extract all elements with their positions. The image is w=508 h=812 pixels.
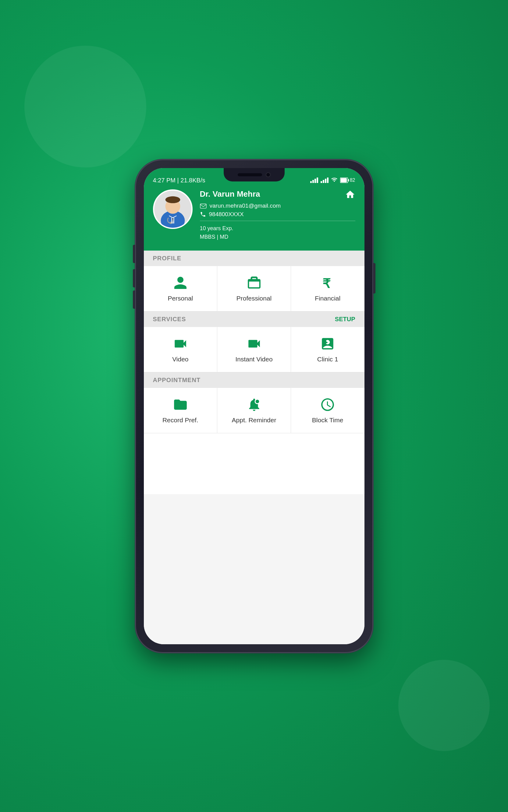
appointment-title: APPOINTMENT <box>153 377 201 384</box>
email-text: varun.mehra01@gmail.com <box>210 202 281 209</box>
appointment-block-time-item[interactable]: Block Time <box>291 388 365 433</box>
bar1 <box>321 181 322 183</box>
person-icon <box>173 275 188 290</box>
signal-bars-1 <box>310 178 318 183</box>
bar1 <box>310 181 312 183</box>
instant-video-label: Instant Video <box>235 355 272 363</box>
doctor-info: Dr. Varun Mehra varun.mehra01@gmail.com … <box>200 189 355 242</box>
bottom-space <box>144 433 365 494</box>
bar2 <box>323 180 324 183</box>
phone-screen: 4:27 PM | 21.8KB/s <box>144 168 365 644</box>
instant-video-icon <box>247 336 262 351</box>
profile-section-header: PROFILE <box>144 250 365 266</box>
avatar <box>153 189 193 229</box>
doctor-name: Dr. Varun Mehra <box>200 189 355 199</box>
briefcase-icon <box>247 275 262 290</box>
video-label: Video <box>172 355 188 363</box>
clinic-icon <box>320 336 335 351</box>
phone-notch <box>224 168 285 182</box>
status-right: 82 <box>310 177 355 184</box>
bar2 <box>312 180 314 183</box>
clock-icon <box>320 397 335 412</box>
profile-professional-item[interactable]: Professional <box>217 266 291 311</box>
services-instant-video-item[interactable]: Instant Video <box>217 327 291 372</box>
battery-icon: 82 <box>340 178 355 183</box>
doctor-quals: 10 years Exp. MBBS | MD <box>200 224 355 242</box>
setup-action[interactable]: SETUP <box>335 316 355 323</box>
experience: 10 years Exp. <box>200 224 355 233</box>
services-video-item[interactable]: Video <box>144 327 218 372</box>
services-title: SERVICES <box>153 316 186 323</box>
appointment-menu-grid: Record Pref. Appt. Reminder Bl <box>144 388 365 433</box>
svg-rect-1 <box>341 178 347 182</box>
services-clinic-item[interactable]: Clinic 1 <box>291 327 365 372</box>
financial-label: Financial <box>315 295 340 302</box>
email-icon <box>200 203 207 208</box>
professional-label: Professional <box>237 295 272 302</box>
bar4 <box>327 178 329 183</box>
svg-rect-2 <box>348 179 349 182</box>
doctor-phone: 984800XXXX <box>200 211 355 218</box>
bell-icon <box>247 397 262 412</box>
qualifications: MBBS | MD <box>200 233 355 241</box>
appointment-section-header: APPOINTMENT <box>144 372 365 388</box>
appointment-reminder-item[interactable]: Appt. Reminder <box>217 388 291 433</box>
clinic-label: Clinic 1 <box>317 355 338 363</box>
profile-personal-item[interactable]: Personal <box>144 266 218 311</box>
phone-text: 984800XXXX <box>209 211 244 218</box>
speaker <box>238 173 262 176</box>
status-time: 4:27 PM | 21.8KB/s <box>153 177 205 184</box>
video-icon <box>173 336 188 351</box>
bar3 <box>325 179 326 183</box>
svg-text:₹: ₹ <box>323 277 331 290</box>
rupee-icon: ₹ <box>320 275 335 290</box>
personal-label: Personal <box>168 295 193 302</box>
reminder-label: Appt. Reminder <box>232 417 277 424</box>
avatar-image <box>154 191 192 228</box>
phone-icon <box>200 211 206 218</box>
services-menu-grid: Video Instant Video Clinic 1 <box>144 327 365 372</box>
services-section-header: SERVICES SETUP <box>144 312 365 327</box>
phone-mockup: 4:27 PM | 21.8KB/s <box>135 159 373 653</box>
doctor-email: varun.mehra01@gmail.com <box>200 202 355 209</box>
profile-menu-grid: Personal Professional ₹ Financial <box>144 266 365 312</box>
svg-point-7 <box>165 196 180 203</box>
profile-title: PROFILE <box>153 255 182 262</box>
svg-rect-9 <box>200 204 206 208</box>
record-pref-label: Record Pref. <box>162 417 198 424</box>
bar3 <box>314 179 316 183</box>
folder-icon <box>173 397 188 412</box>
camera <box>266 172 270 177</box>
home-icon[interactable] <box>345 189 355 200</box>
bar4 <box>316 178 318 183</box>
appointment-record-pref-item[interactable]: Record Pref. <box>144 388 218 433</box>
block-time-label: Block Time <box>312 417 343 424</box>
app-content: 4:27 PM | 21.8KB/s <box>144 168 365 644</box>
signal-bars-2 <box>321 178 329 183</box>
svg-point-13 <box>255 399 260 404</box>
battery-level: 82 <box>350 178 355 183</box>
profile-financial-item[interactable]: ₹ Financial <box>291 266 365 311</box>
wifi-icon <box>331 177 338 184</box>
svg-rect-12 <box>324 342 328 343</box>
